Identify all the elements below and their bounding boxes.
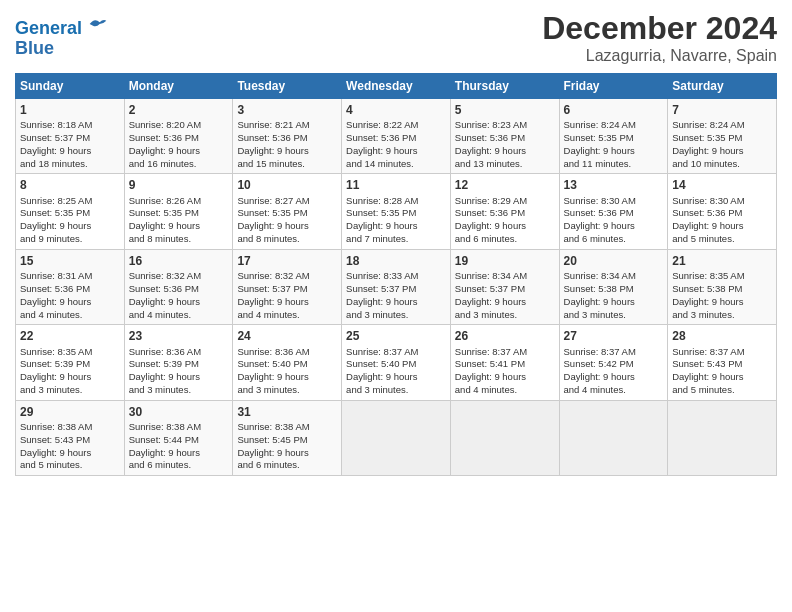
day-number: 31 xyxy=(237,404,337,420)
day-number: 22 xyxy=(20,328,120,344)
day-info-line: Sunset: 5:40 PM xyxy=(346,358,446,371)
col-friday: Friday xyxy=(559,74,668,99)
day-number: 29 xyxy=(20,404,120,420)
calendar-cell: 15Sunrise: 8:31 AMSunset: 5:36 PMDayligh… xyxy=(16,249,125,324)
day-info-line: Sunrise: 8:37 AM xyxy=(455,346,555,359)
calendar-cell: 20Sunrise: 8:34 AMSunset: 5:38 PMDayligh… xyxy=(559,249,668,324)
day-number: 9 xyxy=(129,177,229,193)
col-wednesday: Wednesday xyxy=(342,74,451,99)
calendar-cell: 16Sunrise: 8:32 AMSunset: 5:36 PMDayligh… xyxy=(124,249,233,324)
day-info-line: Sunset: 5:37 PM xyxy=(20,132,120,145)
day-info-line: Sunset: 5:35 PM xyxy=(20,207,120,220)
day-info-line: Sunrise: 8:37 AM xyxy=(672,346,772,359)
day-info-line: and 4 minutes. xyxy=(129,309,229,322)
day-info-line: and 6 minutes. xyxy=(564,233,664,246)
day-info-line: and 6 minutes. xyxy=(237,459,337,472)
day-info-line: Sunrise: 8:21 AM xyxy=(237,119,337,132)
day-info-line: and 4 minutes. xyxy=(20,309,120,322)
subtitle: Lazagurria, Navarre, Spain xyxy=(542,47,777,65)
day-info-line: and 5 minutes. xyxy=(20,459,120,472)
logo-bird-icon xyxy=(88,14,108,34)
day-info-line: Sunrise: 8:38 AM xyxy=(20,421,120,434)
day-info-line: Sunset: 5:39 PM xyxy=(20,358,120,371)
day-info-line: and 4 minutes. xyxy=(455,384,555,397)
day-number: 26 xyxy=(455,328,555,344)
main-title: December 2024 xyxy=(542,10,777,47)
day-info-line: Daylight: 9 hours xyxy=(564,220,664,233)
day-number: 21 xyxy=(672,253,772,269)
day-info-line: and 3 minutes. xyxy=(129,384,229,397)
calendar-cell: 9Sunrise: 8:26 AMSunset: 5:35 PMDaylight… xyxy=(124,174,233,249)
day-info-line: and 3 minutes. xyxy=(346,384,446,397)
day-info-line: Sunset: 5:36 PM xyxy=(564,207,664,220)
day-info-line: Daylight: 9 hours xyxy=(564,371,664,384)
day-info-line: Sunset: 5:41 PM xyxy=(455,358,555,371)
day-info-line: Sunset: 5:43 PM xyxy=(672,358,772,371)
day-info-line: Sunrise: 8:34 AM xyxy=(455,270,555,283)
day-number: 14 xyxy=(672,177,772,193)
day-info-line: Sunset: 5:42 PM xyxy=(564,358,664,371)
week-row-2: 8Sunrise: 8:25 AMSunset: 5:35 PMDaylight… xyxy=(16,174,777,249)
header-row: Sunday Monday Tuesday Wednesday Thursday… xyxy=(16,74,777,99)
calendar-cell: 26Sunrise: 8:37 AMSunset: 5:41 PMDayligh… xyxy=(450,325,559,400)
day-number: 15 xyxy=(20,253,120,269)
day-info-line: and 6 minutes. xyxy=(129,459,229,472)
day-info-line: Sunrise: 8:27 AM xyxy=(237,195,337,208)
day-info-line: Sunrise: 8:34 AM xyxy=(564,270,664,283)
day-info-line: Sunrise: 8:30 AM xyxy=(672,195,772,208)
title-area: December 2024 Lazagurria, Navarre, Spain xyxy=(542,10,777,65)
col-sunday: Sunday xyxy=(16,74,125,99)
day-info-line: Daylight: 9 hours xyxy=(455,296,555,309)
day-info-line: Sunset: 5:35 PM xyxy=(129,207,229,220)
calendar-cell: 30Sunrise: 8:38 AMSunset: 5:44 PMDayligh… xyxy=(124,400,233,475)
day-info-line: Sunrise: 8:32 AM xyxy=(237,270,337,283)
calendar-cell: 29Sunrise: 8:38 AMSunset: 5:43 PMDayligh… xyxy=(16,400,125,475)
day-info-line: Daylight: 9 hours xyxy=(346,220,446,233)
calendar-cell xyxy=(450,400,559,475)
day-info-line: and 3 minutes. xyxy=(237,384,337,397)
calendar-cell: 11Sunrise: 8:28 AMSunset: 5:35 PMDayligh… xyxy=(342,174,451,249)
day-info-line: Sunset: 5:45 PM xyxy=(237,434,337,447)
day-info-line: Daylight: 9 hours xyxy=(20,447,120,460)
col-tuesday: Tuesday xyxy=(233,74,342,99)
day-info-line: and 18 minutes. xyxy=(20,158,120,171)
day-info-line: Daylight: 9 hours xyxy=(20,220,120,233)
day-info-line: and 4 minutes. xyxy=(564,384,664,397)
day-info-line: Daylight: 9 hours xyxy=(672,296,772,309)
day-info-line: Sunrise: 8:37 AM xyxy=(346,346,446,359)
calendar-cell: 13Sunrise: 8:30 AMSunset: 5:36 PMDayligh… xyxy=(559,174,668,249)
day-number: 10 xyxy=(237,177,337,193)
day-info-line: and 9 minutes. xyxy=(20,233,120,246)
col-saturday: Saturday xyxy=(668,74,777,99)
logo-line1: General xyxy=(15,18,82,38)
day-number: 12 xyxy=(455,177,555,193)
day-info-line: Sunset: 5:36 PM xyxy=(20,283,120,296)
day-info-line: Sunrise: 8:31 AM xyxy=(20,270,120,283)
day-info-line: Daylight: 9 hours xyxy=(129,145,229,158)
logo-text: General xyxy=(15,14,108,39)
day-number: 25 xyxy=(346,328,446,344)
day-info-line: Sunrise: 8:24 AM xyxy=(564,119,664,132)
day-info-line: Sunrise: 8:20 AM xyxy=(129,119,229,132)
calendar-cell: 27Sunrise: 8:37 AMSunset: 5:42 PMDayligh… xyxy=(559,325,668,400)
header: General Blue December 2024 Lazagurria, N… xyxy=(15,10,777,65)
day-info-line: Daylight: 9 hours xyxy=(237,371,337,384)
calendar-cell: 7Sunrise: 8:24 AMSunset: 5:35 PMDaylight… xyxy=(668,99,777,174)
day-info-line: Daylight: 9 hours xyxy=(237,447,337,460)
day-info-line: Sunset: 5:35 PM xyxy=(564,132,664,145)
day-info-line: Sunrise: 8:32 AM xyxy=(129,270,229,283)
day-number: 7 xyxy=(672,102,772,118)
day-info-line: and 3 minutes. xyxy=(564,309,664,322)
week-row-1: 1Sunrise: 8:18 AMSunset: 5:37 PMDaylight… xyxy=(16,99,777,174)
calendar-cell: 8Sunrise: 8:25 AMSunset: 5:35 PMDaylight… xyxy=(16,174,125,249)
day-info-line: Daylight: 9 hours xyxy=(455,371,555,384)
day-info-line: and 4 minutes. xyxy=(237,309,337,322)
day-info-line: and 15 minutes. xyxy=(237,158,337,171)
col-monday: Monday xyxy=(124,74,233,99)
day-info-line: Sunset: 5:35 PM xyxy=(672,132,772,145)
calendar-cell: 17Sunrise: 8:32 AMSunset: 5:37 PMDayligh… xyxy=(233,249,342,324)
day-info-line: Sunrise: 8:26 AM xyxy=(129,195,229,208)
day-info-line: Sunset: 5:37 PM xyxy=(346,283,446,296)
day-number: 4 xyxy=(346,102,446,118)
day-info-line: Sunset: 5:37 PM xyxy=(455,283,555,296)
